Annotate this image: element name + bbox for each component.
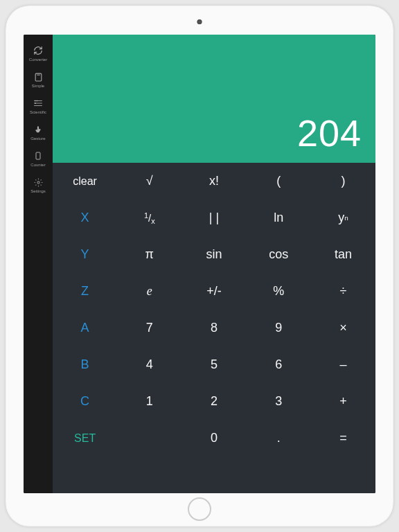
key-6[interactable]: 6: [247, 346, 311, 383]
key-e[interactable]: e: [117, 273, 181, 310]
sidebar: Converter Simple Scientific Gesture: [24, 35, 53, 493]
key-blank: [117, 420, 181, 456]
key-0[interactable]: 0: [181, 420, 246, 456]
sidebar-item-gesture[interactable]: Gesture: [24, 119, 53, 145]
sidebar-item-scientific[interactable]: Scientific: [24, 93, 53, 119]
key-7[interactable]: 7: [117, 310, 181, 346]
key-var-y[interactable]: Y: [53, 236, 117, 273]
key-factorial[interactable]: x!: [181, 163, 246, 200]
keypad: clear √ x! ( ) X 1/x | | ln yn Y π sin c…: [53, 163, 375, 493]
sidebar-item-simple[interactable]: Simple: [24, 66, 53, 93]
sidebar-item-label: Converter: [29, 57, 47, 62]
key-minus[interactable]: –: [311, 346, 375, 383]
key-2[interactable]: 2: [181, 383, 246, 420]
sidebar-item-counter[interactable]: Counter: [24, 145, 53, 172]
key-pi[interactable]: π: [117, 236, 181, 273]
key-power[interactable]: yn: [311, 200, 375, 236]
key-8[interactable]: 8: [181, 310, 246, 346]
key-9[interactable]: 9: [247, 310, 311, 346]
converter-icon: [33, 45, 44, 56]
display-value: 204: [297, 112, 362, 154]
key-5[interactable]: 5: [181, 346, 246, 383]
key-clear[interactable]: clear: [53, 163, 117, 200]
key-paren-open[interactable]: (: [247, 163, 311, 200]
sidebar-item-label: Scientific: [30, 110, 46, 114]
key-abs[interactable]: | |: [181, 200, 246, 236]
key-decimal[interactable]: .: [247, 420, 311, 456]
key-var-c[interactable]: C: [53, 383, 117, 420]
key-cos[interactable]: cos: [247, 236, 311, 273]
camera-icon: [197, 19, 202, 24]
key-plus[interactable]: +: [311, 383, 375, 420]
counter-icon: [33, 150, 44, 161]
key-paren-close[interactable]: ): [311, 163, 375, 200]
svg-point-8: [35, 100, 35, 101]
key-var-a[interactable]: A: [53, 310, 117, 346]
key-sin[interactable]: sin: [181, 236, 246, 273]
scientific-icon: [33, 98, 44, 109]
key-var-z[interactable]: Z: [53, 273, 117, 310]
calculator-display: 204: [53, 35, 375, 163]
key-4[interactable]: 4: [117, 346, 181, 383]
key-ln[interactable]: ln: [247, 200, 311, 236]
key-plusminus[interactable]: +/-: [181, 273, 246, 310]
key-equals[interactable]: =: [311, 420, 375, 456]
gesture-icon: [33, 124, 44, 135]
svg-point-10: [35, 103, 35, 103]
home-button[interactable]: [188, 497, 211, 521]
settings-icon: [33, 177, 44, 188]
key-divide[interactable]: ÷: [311, 273, 375, 310]
key-1[interactable]: 1: [117, 383, 181, 420]
keypad-spacer: [53, 456, 375, 493]
key-reciprocal[interactable]: 1/x: [117, 200, 181, 236]
sidebar-item-label: Simple: [32, 84, 44, 88]
simple-icon: [33, 71, 44, 82]
ipad-frame: Converter Simple Scientific Gesture: [6, 6, 393, 526]
svg-point-12: [37, 181, 39, 183]
sidebar-item-settings[interactable]: Settings: [24, 172, 53, 198]
sidebar-item-converter[interactable]: Converter: [24, 40, 53, 66]
main: 204 clear √ x! ( ) X 1/x | | ln yn Y π s…: [53, 35, 375, 493]
app-screen: Converter Simple Scientific Gesture: [24, 35, 375, 493]
svg-point-9: [37, 100, 37, 101]
key-3[interactable]: 3: [247, 383, 311, 420]
key-percent[interactable]: %: [247, 273, 311, 310]
key-sqrt[interactable]: √: [117, 163, 181, 200]
sidebar-item-label: Counter: [30, 163, 45, 167]
key-tan[interactable]: tan: [311, 236, 375, 273]
key-var-b[interactable]: B: [53, 346, 117, 383]
svg-rect-11: [36, 152, 40, 159]
key-var-x[interactable]: X: [53, 200, 117, 236]
sidebar-item-label: Gesture: [30, 136, 45, 141]
sidebar-item-label: Settings: [30, 189, 46, 193]
key-multiply[interactable]: ×: [311, 310, 375, 346]
key-set[interactable]: SET: [53, 420, 117, 456]
